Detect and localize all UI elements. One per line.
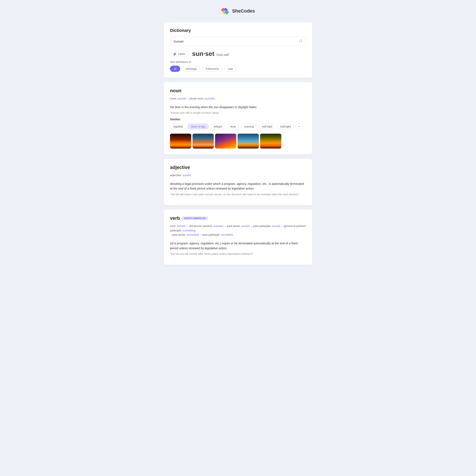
noun-card: noun noun: sunset; – plural noun: sunset… [164, 82, 312, 154]
noun-example: "sunset was still a couple of hours away… [170, 111, 306, 114]
main-content: Dictionary 🔊 Listen sun·set /sən,set/ Se… [164, 22, 312, 265]
verb-past-link[interactable]: sunset; [241, 224, 250, 228]
tag-half-light-2[interactable]: half-light [277, 124, 294, 129]
verb-example: "the tax cut will sunset after three yea… [170, 252, 306, 255]
verb-pos: verb [170, 216, 180, 221]
verb-definition: (of a program, agency, regulation, etc.)… [170, 241, 306, 251]
dictionary-title: Dictionary [170, 28, 306, 33]
north-american-badge: NORTH AMERICAN [182, 216, 208, 220]
word-header: 🔊 Listen sun·set /sən,set/ [170, 50, 306, 57]
search-input[interactable] [170, 37, 306, 46]
verb-card: verb NORTH AMERICAN verb: sunset; – 3rd … [164, 209, 312, 265]
sunset-image-5 [260, 134, 281, 149]
search-icon [299, 39, 303, 43]
sunset-image-3 [215, 134, 236, 149]
noun-forms: noun: sunset; – plural noun: sunsets; [170, 97, 306, 101]
tag-close-of-day[interactable]: close of day [188, 124, 209, 129]
chevron-down-icon [298, 125, 300, 128]
header: SheCodes [4, 6, 472, 16]
adjective-definition: denoting a legal provision under which a… [170, 182, 306, 191]
verb-forms: verb: sunset; – 3rd person present: suns… [170, 224, 306, 237]
similiar-tags: nightfall close of day twilight dusk eve… [170, 123, 306, 130]
svg-point-4 [300, 40, 302, 42]
category-all[interactable]: All [170, 66, 180, 72]
verb-past2-link[interactable]: sunsetted; [187, 233, 199, 236]
noun-plural-link[interactable]: sunsets; [205, 97, 215, 100]
definitions-label: See definitions in: [170, 60, 306, 64]
sunset-image-4 [238, 134, 259, 149]
noun-definition: the time in the evening when the sun dis… [170, 105, 306, 109]
sunset-image-2 [192, 134, 214, 149]
sunset-image-1 [170, 134, 191, 149]
category-astronomy[interactable]: Astronomy [202, 66, 222, 72]
category-horology[interactable]: Horology [182, 66, 200, 72]
category-buttons: All Horology Astronomy Law [170, 66, 306, 72]
adjective-card: adjective adjective: sunset; denoting a … [164, 159, 312, 205]
search-wrapper [170, 37, 306, 46]
tag-evening[interactable]: evening [241, 124, 257, 129]
verb-pp2-link[interactable]: sunsetted [221, 233, 233, 236]
adjective-form-link[interactable]: sunset; [183, 174, 191, 177]
verb-3rd-link[interactable]: sunsets; [214, 224, 224, 228]
search-button[interactable] [298, 38, 304, 44]
tag-nightfall[interactable]: nightfall [170, 124, 186, 129]
noun-form-link[interactable]: sunset; [178, 97, 187, 100]
verb-pp-link[interactable]: sunset; [272, 224, 281, 228]
svg-line-5 [302, 42, 302, 42]
expand-tags-button[interactable] [296, 123, 302, 130]
logo: SheCodes [221, 6, 255, 16]
logo-icon [221, 6, 230, 16]
word-phonetic: /sən,set/ [216, 53, 229, 56]
logo-text: SheCodes [232, 8, 255, 14]
listen-button[interactable]: 🔊 Listen [170, 51, 189, 57]
verb-header: verb NORTH AMERICAN [170, 216, 306, 221]
adjective-forms: adjective: sunset; [170, 173, 306, 178]
adjective-pos: adjective [170, 165, 306, 170]
search-card: Dictionary 🔊 Listen sun·set /sən,set/ Se… [164, 22, 312, 78]
adjective-example: "the bill will have a two-year sunset cl… [170, 193, 306, 196]
tag-twilight[interactable]: twilight [210, 124, 225, 129]
verb-ger-link[interactable]: sunsetting; [183, 229, 196, 232]
tag-half-light-1[interactable]: half-light [259, 124, 275, 129]
similiar-label: Similiar: [170, 118, 306, 121]
speaker-icon: 🔊 [173, 52, 177, 55]
category-law[interactable]: Law [224, 66, 237, 72]
verb-form-link[interactable]: sunset; [177, 224, 186, 228]
word-display: sun·set /sən,set/ [192, 50, 229, 57]
sunset-images [170, 134, 306, 149]
tag-dusk[interactable]: dusk [227, 124, 239, 129]
noun-pos: noun [170, 88, 306, 94]
